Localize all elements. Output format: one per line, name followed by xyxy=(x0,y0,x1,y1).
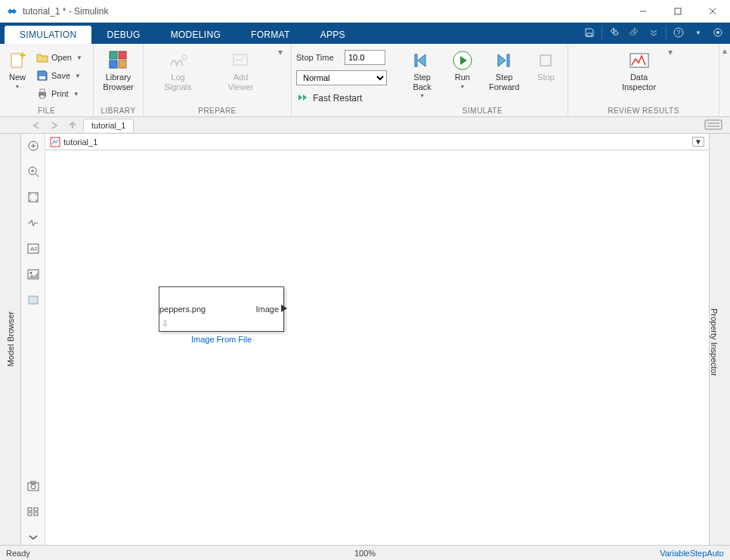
tab-debug[interactable]: DEBUG xyxy=(91,26,155,44)
svg-rect-24 xyxy=(540,55,551,66)
block-param-text: peppers.png xyxy=(159,305,206,314)
output-port-icon[interactable] xyxy=(280,304,288,314)
sim-mode-select[interactable]: Normal xyxy=(296,70,387,85)
annotation-icon[interactable]: A≡ xyxy=(26,241,41,256)
run-button[interactable]: Run ▼ xyxy=(447,47,478,89)
group-label-simulate: SIMULATE xyxy=(397,107,568,116)
status-left: Ready xyxy=(6,549,30,558)
data-inspector-button[interactable]: Data Inspector xyxy=(614,47,664,91)
breadcrumb: tutorial_1 ▼ xyxy=(45,134,709,150)
quick-access-toolbar: ? ▼ xyxy=(580,24,727,41)
property-inspector-panel[interactable]: Property Inspector xyxy=(709,134,730,545)
data-inspector-icon xyxy=(629,50,650,71)
minimize-button[interactable] xyxy=(626,0,660,23)
undo-icon[interactable] xyxy=(605,24,623,41)
svg-point-8 xyxy=(716,31,719,34)
redo-icon[interactable] xyxy=(625,24,643,41)
svg-text:A≡: A≡ xyxy=(30,246,38,252)
stop-button[interactable]: Stop xyxy=(530,47,561,82)
print-icon xyxy=(36,88,48,100)
add-viewer-button[interactable]: Add Viewer xyxy=(215,47,268,91)
fast-restart-button[interactable]: Fast Restart xyxy=(296,89,362,107)
svg-rect-43 xyxy=(28,508,32,511)
stop-time-row: Stop Time xyxy=(296,48,385,67)
app-icon xyxy=(6,5,18,17)
tab-simulation[interactable]: SIMULATION xyxy=(5,26,91,44)
print-button[interactable]: Print▼ xyxy=(33,85,85,103)
block-flip-icon: ⇩ xyxy=(162,319,169,329)
svg-rect-1 xyxy=(675,8,681,14)
zoom-level[interactable]: 100% xyxy=(354,549,376,558)
zoom-icon[interactable] xyxy=(26,164,41,179)
expand-icon[interactable] xyxy=(26,530,41,545)
help-dropdown[interactable]: ▼ xyxy=(689,24,707,41)
svg-text:+: + xyxy=(20,51,26,61)
keyboard-icon[interactable] xyxy=(704,119,725,131)
ribbon-collapse[interactable]: ▴ xyxy=(719,44,730,116)
svg-rect-46 xyxy=(34,512,38,515)
sample-time-icon[interactable] xyxy=(26,215,41,230)
tab-format[interactable]: FORMAT xyxy=(236,26,305,44)
breadcrumb-dropdown[interactable]: ▼ xyxy=(692,137,704,147)
svg-rect-4 xyxy=(587,33,592,36)
svg-rect-45 xyxy=(28,512,32,515)
save-icon xyxy=(36,70,48,82)
nav-forward-icon[interactable] xyxy=(47,119,62,132)
fast-restart-icon xyxy=(296,91,308,106)
prepare-expand[interactable]: ▾ xyxy=(277,47,283,57)
block-name[interactable]: Image From File xyxy=(159,335,284,344)
close-button[interactable] xyxy=(695,0,730,23)
group-label-file: FILE xyxy=(0,107,93,116)
step-forward-icon xyxy=(493,50,515,71)
viewer-icon xyxy=(230,50,252,71)
model-icon xyxy=(50,137,60,147)
review-expand[interactable]: ▾ xyxy=(667,47,673,57)
image-from-file-block[interactable]: peppers.png Image ⇩ xyxy=(159,286,284,332)
stop-icon xyxy=(535,50,556,71)
signal-icon xyxy=(168,50,189,71)
hide-show-icon[interactable] xyxy=(26,138,41,153)
save-icon[interactable] xyxy=(580,24,599,41)
svg-rect-18 xyxy=(119,60,126,68)
statusbar: Ready 100% VariableStepAuto xyxy=(0,545,730,560)
maximize-button[interactable] xyxy=(660,0,695,23)
svg-rect-20 xyxy=(234,54,247,65)
library-icon xyxy=(108,50,129,71)
image-icon[interactable] xyxy=(26,267,41,282)
explorer-bar: tutorial_1 xyxy=(0,117,730,134)
canvas[interactable]: peppers.png Image ⇩ Image From File xyxy=(45,150,709,545)
nav-back-icon[interactable] xyxy=(29,119,44,132)
target-icon[interactable] xyxy=(709,24,727,41)
new-button[interactable]: + New ▼ xyxy=(5,47,30,89)
svg-rect-13 xyxy=(40,89,45,92)
solver-link[interactable]: VariableStepAuto xyxy=(660,549,724,558)
tab-apps[interactable]: APPS xyxy=(305,26,360,44)
group-label-library: LIBRARY xyxy=(94,107,143,116)
save-button[interactable]: Save▼ xyxy=(33,67,85,85)
more-icon[interactable] xyxy=(645,24,663,41)
screenshot-icon[interactable] xyxy=(26,478,41,493)
svg-rect-11 xyxy=(39,76,45,79)
help-icon[interactable]: ? xyxy=(670,24,688,41)
nav-up-icon[interactable] xyxy=(65,119,80,132)
toolstrip-tabs: SIMULATION DEBUG MODELING FORMAT APPS ? … xyxy=(0,23,730,44)
area-icon[interactable] xyxy=(26,292,41,308)
svg-rect-26 xyxy=(705,120,722,129)
stop-time-input[interactable] xyxy=(345,50,385,65)
svg-rect-39 xyxy=(29,296,38,304)
model-tab[interactable]: tutorial_1 xyxy=(83,119,134,132)
play-icon xyxy=(452,50,473,71)
svg-line-31 xyxy=(36,174,39,177)
viewmarks-icon[interactable] xyxy=(26,504,41,519)
step-forward-button[interactable]: Step Forward xyxy=(484,47,524,91)
fit-icon[interactable] xyxy=(26,190,41,205)
log-signals-button[interactable]: Log Signals xyxy=(152,47,205,91)
library-browser-button[interactable]: Library Browser xyxy=(98,47,138,91)
svg-rect-16 xyxy=(119,51,126,59)
step-back-button[interactable]: Step Back ▼ xyxy=(404,47,441,98)
open-button[interactable]: Open▼ xyxy=(33,48,85,67)
tab-modeling[interactable]: MODELING xyxy=(156,26,236,44)
model-browser-panel[interactable]: Model Browser xyxy=(0,134,21,545)
svg-point-19 xyxy=(182,55,187,60)
breadcrumb-path[interactable]: tutorial_1 xyxy=(63,138,97,147)
